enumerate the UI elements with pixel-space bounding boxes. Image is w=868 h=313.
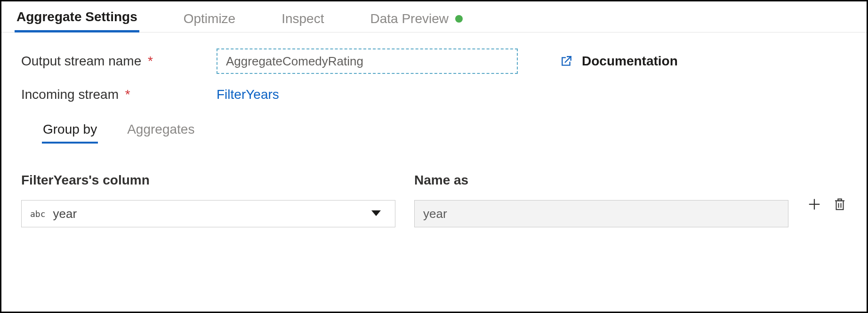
col-header-name-as: Name as — [414, 173, 788, 188]
required-asterisk: * — [125, 87, 130, 102]
type-badge: abc — [30, 209, 46, 219]
external-link-icon — [560, 55, 572, 67]
delete-icon[interactable] — [833, 197, 847, 211]
incoming-stream-link[interactable]: FilterYears — [217, 87, 279, 102]
name-as-input[interactable] — [414, 200, 788, 227]
row-actions — [807, 173, 847, 211]
group-by-columns: FilterYears's column abc year Name as — [21, 173, 847, 227]
row-output-stream: Output stream name * Documentation — [21, 48, 847, 74]
chevron-down-icon — [371, 210, 381, 217]
tab-aggregate-settings[interactable]: Aggregate Settings — [15, 3, 139, 32]
source-column-select[interactable]: abc year — [21, 200, 395, 227]
documentation-link[interactable]: Documentation — [560, 54, 678, 69]
tab-data-preview[interactable]: Data Preview — [368, 5, 465, 32]
tab-optimize[interactable]: Optimize — [182, 5, 237, 32]
subtab-group-by[interactable]: Group by — [42, 118, 98, 144]
label-text: Output stream name — [21, 54, 141, 68]
label-text: Incoming stream — [21, 87, 119, 102]
panel-root: Aggregate Settings Optimize Inspect Data… — [0, 0, 868, 313]
select-value: year — [53, 207, 77, 221]
tab-label: Aggregate Settings — [16, 9, 137, 24]
tab-label: Data Preview — [370, 11, 449, 26]
col-header-source: FilterYears's column — [21, 173, 395, 188]
required-asterisk: * — [148, 54, 153, 68]
tab-label: Inspect — [281, 11, 324, 26]
tab-inspect[interactable]: Inspect — [280, 5, 326, 32]
svg-marker-0 — [371, 210, 381, 216]
subtab-label: Aggregates — [127, 122, 194, 136]
row-incoming-stream: Incoming stream * FilterYears — [21, 87, 847, 102]
output-stream-name-input[interactable] — [217, 48, 518, 74]
label-output-stream: Output stream name * — [21, 54, 217, 69]
col-name-as: Name as — [414, 173, 788, 227]
col-source: FilterYears's column abc year — [21, 173, 395, 227]
label-incoming-stream: Incoming stream * — [21, 87, 217, 102]
add-icon[interactable] — [807, 197, 821, 211]
sub-tabs: Group by Aggregates — [42, 118, 847, 144]
documentation-label: Documentation — [582, 54, 678, 69]
top-tabs: Aggregate Settings Optimize Inspect Data… — [1, 1, 867, 32]
tab-label: Optimize — [184, 11, 235, 26]
form-area: Output stream name * Documentation Incom… — [1, 32, 867, 227]
subtab-aggregates[interactable]: Aggregates — [126, 118, 195, 144]
status-dot-icon — [455, 15, 463, 23]
subtab-label: Group by — [43, 122, 97, 136]
